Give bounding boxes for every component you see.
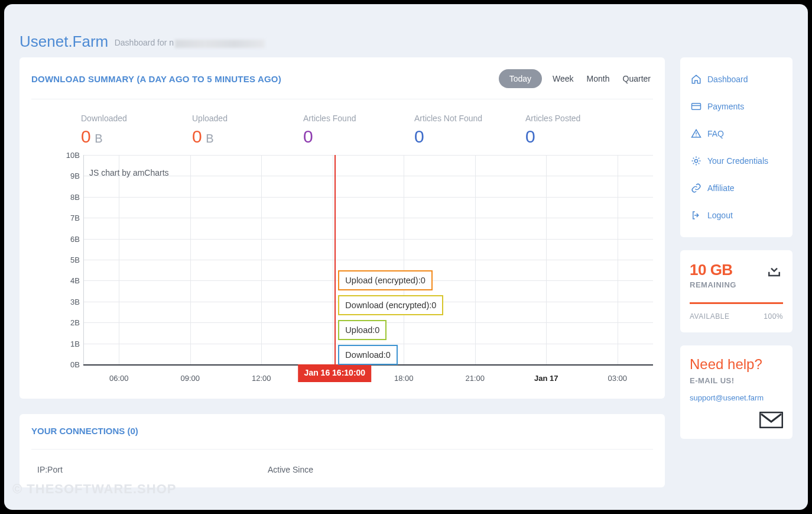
watermark: © THESOFTWARE.SHOP [12,481,176,497]
summary-title: DOWNLOAD SUMMARY (A DAY AGO TO 5 MINUTES… [31,74,281,84]
y-tick: 5B [60,256,80,264]
nav-label: Dashboard [707,75,748,84]
stats-row: Downloaded 0 B Uploaded 0 B Articles Fou… [31,99,653,151]
logout-icon [691,210,701,221]
y-tick: 9B [60,172,80,180]
stat-articles-not-found: Articles Not Found 0 [414,114,519,147]
home-icon [691,74,701,85]
brand-title[interactable]: Usenet.Farm [20,33,108,50]
nav-label: Payments [707,102,744,111]
download-summary-panel: DOWNLOAD SUMMARY (A DAY AGO TO 5 MINUTES… [20,57,665,399]
nav-dashboard[interactable]: Dashboard [690,66,783,93]
remaining-value: 10 GB [690,261,736,279]
col-ipport: IP:Port [31,465,268,474]
svg-rect-5 [760,412,782,428]
alert-icon [691,128,701,139]
stat-uploaded: Uploaded 0 B [192,114,297,147]
nav-faq[interactable]: FAQ [690,120,783,147]
y-tick: 2B [60,318,80,327]
chart[interactable]: 0B1B2B3B4B5B6B7B8B9B10B06:0009:0012:0018… [31,155,653,386]
stat-articles-found: Articles Found 0 [303,114,408,147]
chart-tooltip: Upload (encrypted):0 [338,270,432,290]
help-sub: E-MAIL US! [690,376,783,385]
tab-week[interactable]: Week [550,69,576,88]
chart-tooltip: Upload:0 [338,320,386,340]
download-icon [765,261,783,279]
side-nav: DashboardPaymentsFAQYour CredentialsAffi… [680,57,792,237]
available-label: AVAILABLE [690,312,729,321]
chart-credit: JS chart by amCharts [89,168,169,177]
cursor-label: Jan 16 16:10:00 [298,364,372,382]
nav-logout[interactable]: Logout [690,202,783,229]
y-tick: 4B [60,276,80,285]
x-tick: 03:00 [608,374,627,383]
connections-panel: YOUR CONNECTIONS (0) IP:Port Active Sinc… [20,414,665,487]
y-tick: 10B [60,151,80,160]
available-pct: 100% [764,312,783,321]
svg-rect-0 [692,104,701,110]
nav-affiliate[interactable]: Affiliate [690,174,783,202]
x-tick: 12:00 [252,374,271,383]
connections-title: YOUR CONNECTIONS (0) [31,426,653,450]
nav-label: Logout [707,211,733,220]
y-tick: 3B [60,297,80,306]
svg-point-4 [694,159,697,162]
nav-label: Your Credentials [707,156,768,166]
gear-icon [691,156,701,166]
stat-downloaded: Downloaded 0 B [81,114,186,147]
link-icon [691,183,701,193]
nav-your-credentials[interactable]: Your Credentials [690,147,783,174]
dashboard-subtitle: Dashboard for n [115,38,174,47]
stat-articles-posted: Articles Posted 0 [525,114,631,147]
progress-bar [690,302,783,304]
connections-header: IP:Port Active Since [31,465,653,474]
x-tick: 18:00 [394,374,414,383]
range-tabs: Today Week Month Quarter [499,69,653,88]
chart-cursor [334,155,336,364]
user-blurred [175,40,265,48]
x-tick: Jan 17 [534,374,558,383]
x-tick: 09:00 [180,374,200,383]
support-email[interactable]: support@usenet.farm [690,393,783,402]
x-tick: 21:00 [465,374,485,383]
nav-payments[interactable]: Payments [690,93,783,120]
help-panel: Need help? E-MAIL US! support@usenet.far… [680,345,792,439]
y-tick: 0B [60,360,80,369]
tab-today[interactable]: Today [499,69,542,88]
remaining-label: REMAINING [690,280,736,289]
col-active-since: Active Since [268,465,313,474]
chart-tooltip: Download (encrypted):0 [338,295,443,315]
y-tick: 7B [60,214,80,222]
nav-label: Affiliate [707,183,735,193]
mail-icon [759,412,783,428]
svg-point-3 [696,135,697,137]
help-title: Need help? [690,356,783,373]
x-tick: 06:00 [109,374,129,383]
y-tick: 8B [60,192,80,201]
chart-tooltip: Download:0 [338,345,398,365]
nav-label: FAQ [707,129,724,138]
y-tick: 6B [60,234,80,243]
y-tick: 1B [60,339,80,348]
tab-quarter[interactable]: Quarter [621,69,653,88]
card-icon [691,101,701,112]
remaining-panel: 10 GB REMAINING AVAILABLE 100% [680,250,792,332]
tab-month[interactable]: Month [584,69,612,88]
